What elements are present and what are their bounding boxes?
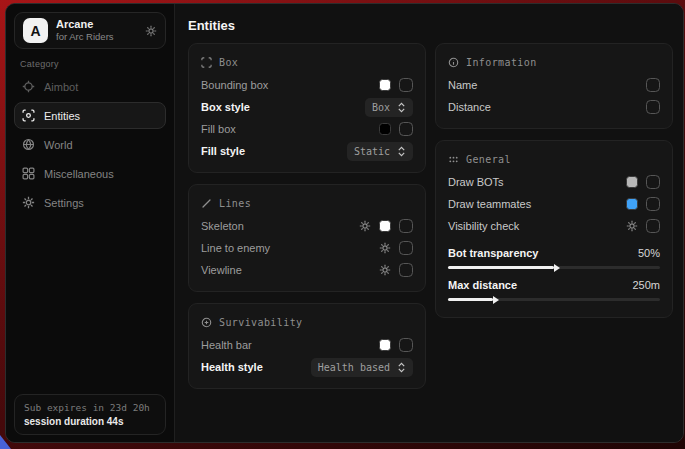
setting-row: Distance [448, 96, 660, 118]
dropdown-value: Box [372, 102, 390, 113]
setting-row: Draw teammates [448, 193, 660, 215]
setting-label: Draw BOTs [448, 176, 626, 188]
mouse-cursor [0, 435, 11, 449]
sidebar-item-settings[interactable]: Settings [14, 189, 166, 216]
setting-label: Bounding box [201, 79, 379, 91]
sidebar-item-aimbot[interactable]: Aimbot [14, 73, 166, 100]
gear-icon[interactable] [626, 220, 638, 232]
gear-icon[interactable] [145, 25, 157, 37]
setting-row: Fill box [201, 118, 413, 140]
bot-transparency-slider-block: Bot transparency 50% [448, 244, 660, 269]
setting-row: Draw BOTs [448, 171, 660, 193]
setting-label: Line to enemy [201, 242, 379, 254]
checkbox[interactable] [399, 263, 413, 277]
color-swatch[interactable] [379, 123, 391, 135]
setting-row: Viewline [201, 259, 413, 281]
sidebar-item-entities[interactable]: Entities [14, 102, 166, 129]
information-section: Information Name Distance [435, 43, 673, 129]
category-label: Category [20, 59, 174, 69]
color-swatch[interactable] [379, 339, 391, 351]
health-style-dropdown[interactable]: Health based [311, 358, 413, 377]
gear-icon[interactable] [379, 264, 391, 276]
section-title: Survivability [219, 317, 302, 328]
slider-thumb[interactable] [554, 264, 560, 272]
globe-icon [22, 138, 35, 151]
slider-value: 50% [638, 247, 660, 259]
checkbox[interactable] [399, 338, 413, 352]
scan-eye-icon [22, 109, 35, 122]
max-distance-slider-block: Max distance 250m [448, 276, 660, 301]
setting-label: Skeleton [201, 220, 359, 232]
slider-thumb[interactable] [493, 296, 499, 304]
sidebar-item-miscellaneous[interactable]: Miscellaneous [14, 160, 166, 187]
checkbox[interactable] [646, 175, 660, 189]
sidebar-item-world[interactable]: World [14, 131, 166, 158]
general-section: General Draw BOTs Draw teammates [435, 140, 673, 318]
sub-expiry-text: Sub expires in 23d 20h [24, 402, 156, 413]
fill-style-dropdown[interactable]: Static [347, 142, 413, 161]
max-distance-slider[interactable] [448, 298, 660, 301]
sidebar: A Arcane for Arc Riders Category Aimbot [6, 4, 175, 442]
checkbox[interactable] [399, 122, 413, 136]
sidebar-item-label: Aimbot [44, 81, 78, 93]
checkbox[interactable] [646, 197, 660, 211]
setting-row: Health bar [201, 334, 413, 356]
section-title: Lines [219, 198, 251, 209]
color-swatch[interactable] [379, 79, 391, 91]
gear-icon[interactable] [359, 220, 371, 232]
crosshair-icon [22, 80, 35, 93]
checkbox[interactable] [646, 100, 660, 114]
app-subtitle: for Arc Riders [56, 31, 137, 43]
box-style-dropdown[interactable]: Box [365, 98, 413, 117]
survivability-section: Survivability Health bar Health style He… [188, 303, 426, 389]
color-swatch[interactable] [379, 220, 391, 232]
setting-label: Name [448, 79, 646, 91]
setting-label: Fill box [201, 123, 379, 135]
slider-fill [448, 266, 554, 269]
session-duration-text: session duration 44s [24, 416, 156, 427]
slider-value: 250m [632, 279, 660, 291]
app-title: Arcane [56, 18, 137, 32]
setting-row: Visibility check [448, 215, 660, 237]
box-section: Box Bounding box Box style Box [188, 43, 426, 173]
gear-icon [22, 196, 35, 209]
page-title: Entities [188, 18, 235, 33]
color-swatch[interactable] [626, 176, 638, 188]
sidebar-item-label: Miscellaneous [44, 168, 114, 180]
gear-icon[interactable] [379, 242, 391, 254]
section-title: Box [219, 57, 238, 68]
brackets-icon [201, 57, 212, 68]
sidebar-item-label: World [44, 139, 73, 151]
health-icon [201, 317, 212, 328]
setting-row: Skeleton [201, 215, 413, 237]
checkbox[interactable] [646, 78, 660, 92]
setting-label: Box style [201, 101, 365, 113]
setting-label: Viewline [201, 264, 379, 276]
setting-row: Health style Health based [201, 356, 413, 378]
app-window: A Arcane for Arc Riders Category Aimbot [5, 3, 684, 443]
section-title: Information [466, 57, 537, 68]
checkbox[interactable] [646, 219, 660, 233]
chevron-up-down-icon [397, 362, 406, 373]
main-panel: Entities Box Bounding box [175, 4, 683, 442]
chevron-up-down-icon [397, 146, 406, 157]
app-card: A Arcane for Arc Riders [14, 12, 166, 49]
section-title: General [466, 154, 511, 165]
checkbox[interactable] [399, 241, 413, 255]
setting-label: Distance [448, 101, 646, 113]
color-swatch[interactable] [626, 198, 638, 210]
chevron-up-down-icon [397, 102, 406, 113]
dropdown-value: Static [354, 146, 390, 157]
subscription-info: Sub expires in 23d 20h session duration … [14, 394, 166, 435]
setting-row: Box style Box [201, 96, 413, 118]
setting-label: Health style [201, 361, 311, 373]
checkbox[interactable] [399, 219, 413, 233]
slider-label: Max distance [448, 279, 632, 291]
slider-fill [448, 298, 493, 301]
lines-section: Lines Skeleton [188, 184, 426, 292]
setting-row: Name [448, 74, 660, 96]
checkbox[interactable] [399, 78, 413, 92]
diagonal-line-icon [201, 198, 212, 209]
dropdown-value: Health based [318, 362, 390, 373]
bot-transparency-slider[interactable] [448, 266, 660, 269]
